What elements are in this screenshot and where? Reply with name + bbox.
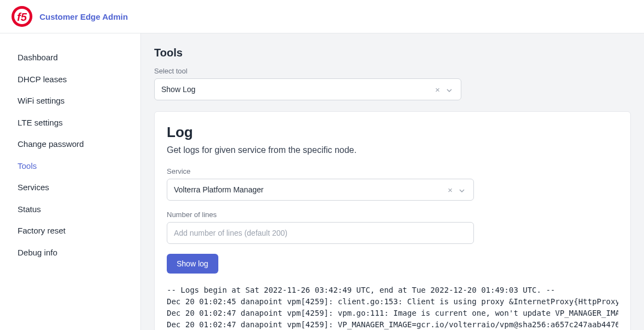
sidebar-item-factory-reset[interactable]: Factory reset bbox=[0, 220, 140, 242]
sidebar-item-dhcp-leases[interactable]: DHCP leases bbox=[0, 69, 140, 90]
sidebar-item-debug-info[interactable]: Debug info bbox=[0, 242, 140, 264]
svg-text:f5: f5 bbox=[17, 11, 27, 23]
sidebar-item-services[interactable]: Services bbox=[0, 177, 140, 198]
service-label: Service bbox=[167, 167, 618, 175]
sidebar-item-dashboard[interactable]: Dashboard bbox=[0, 47, 140, 69]
log-output: -- Logs begin at Sat 2022-11-26 03:42:49… bbox=[167, 285, 618, 330]
clear-icon[interactable]: × bbox=[443, 186, 457, 194]
show-log-button[interactable]: Show log bbox=[167, 254, 218, 274]
sidebar-item-wifi-settings[interactable]: WiFi settings bbox=[0, 90, 140, 112]
panel-title: Log bbox=[167, 124, 618, 141]
select-tool-value: Show Log bbox=[161, 85, 431, 94]
chevron-down-icon[interactable] bbox=[444, 85, 454, 94]
service-select-value: Volterra Platform Manager bbox=[174, 185, 443, 194]
sidebar-item-lte-settings[interactable]: LTE settings bbox=[0, 112, 140, 134]
service-group: Service Volterra Platform Manager × bbox=[167, 167, 618, 201]
clear-icon[interactable]: × bbox=[431, 86, 444, 94]
sidebar-item-status[interactable]: Status bbox=[0, 198, 140, 220]
f5-logo: f5 bbox=[11, 5, 33, 27]
tool-select-group: Select tool Show Log × bbox=[154, 67, 461, 100]
lines-input[interactable] bbox=[167, 222, 474, 244]
container: Dashboard DHCP leases WiFi settings LTE … bbox=[0, 33, 644, 330]
lines-label: Number of lines bbox=[167, 210, 618, 219]
chevron-down-icon[interactable] bbox=[457, 185, 467, 194]
main: Tools Select tool Show Log × Log Get log… bbox=[141, 33, 644, 330]
page-title: Tools bbox=[154, 47, 631, 59]
sidebar-item-tools[interactable]: Tools bbox=[0, 155, 140, 177]
log-panel: Log Get logs for given service from the … bbox=[154, 111, 631, 330]
panel-description: Get logs for given service from the spec… bbox=[167, 145, 618, 155]
select-tool[interactable]: Show Log × bbox=[154, 78, 461, 100]
select-tool-label: Select tool bbox=[154, 67, 461, 75]
lines-group: Number of lines bbox=[167, 210, 618, 244]
service-select[interactable]: Volterra Platform Manager × bbox=[167, 179, 474, 201]
app-title: Customer Edge Admin bbox=[39, 12, 128, 21]
sidebar: Dashboard DHCP leases WiFi settings LTE … bbox=[0, 33, 141, 330]
header: f5 Customer Edge Admin bbox=[0, 0, 644, 33]
sidebar-item-change-password[interactable]: Change password bbox=[0, 133, 140, 155]
